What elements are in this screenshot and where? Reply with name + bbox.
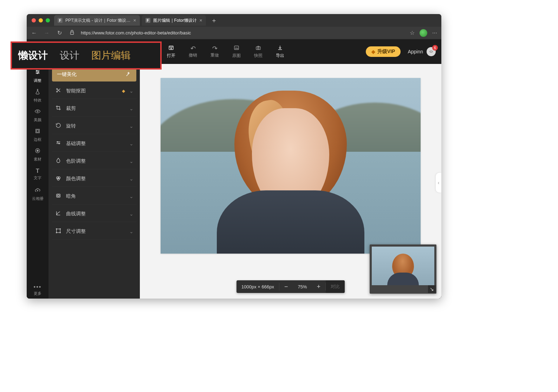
camera-icon [255,45,261,52]
original-button[interactable]: 原图 [226,45,247,59]
user-menu[interactable]: Appinn 6 [408,47,436,56]
svg-rect-22 [57,229,60,233]
rail-cloud[interactable]: 云相册 [27,184,48,204]
wand-icon [125,71,131,78]
window-controls[interactable] [30,18,52,22]
cloud-icon [34,187,41,195]
svg-point-25 [56,232,57,233]
undo-button[interactable]: ↶ 撤销 [182,45,204,58]
nav-tab-photo-edit[interactable]: 图片编辑 [91,49,131,62]
svg-point-15 [57,141,58,142]
svg-point-4 [258,47,259,49]
browser-tabbar: F PPT演示文稿 - 设计｜Fotor 懒设… × F 图片编辑｜Fotor懒… [27,14,441,27]
chevron-down-icon: ⌄ [129,176,134,182]
tool-label: 尺寸调整 [66,228,125,235]
diamond-icon: ◆ [371,49,375,54]
tab-favicon: F [145,18,150,23]
vip-badge-icon: ◆ [122,89,125,93]
bookmark-icon[interactable]: ☆ [410,30,415,36]
tab-favicon: F [58,18,63,23]
zoom-out-button[interactable]: − [279,280,293,293]
more-icon: ••• [34,284,42,290]
svg-point-24 [60,228,60,229]
tool-label: 颜色调整 [66,176,125,182]
navigator-minimap[interactable]: ↘ [370,244,436,294]
tool-resize[interactable]: 尺寸调整 ⌄ [52,223,136,240]
browser-tab-1[interactable]: F 图片编辑｜Fotor懒设计 × [142,15,206,26]
minimize-window-icon[interactable] [39,18,43,22]
rail-effects[interactable]: 特效 [27,86,48,105]
rail-frame[interactable]: 边框 [27,125,48,145]
avatar[interactable]: 6 [427,47,436,56]
rail-label: 美颜 [34,117,41,123]
auto-enhance-button[interactable]: 一键美化 [52,67,136,81]
svg-point-8 [37,111,38,112]
rail-label: 文字 [34,175,41,181]
url-field[interactable]: https://www.fotor.com.cn/photo-editor-be… [81,30,405,35]
username: Appinn [408,49,423,54]
tool-label: 智能抠图 [66,88,118,94]
back-button[interactable]: ← [30,30,38,36]
undo-icon: ↶ [190,45,196,52]
tool-crop[interactable]: 裁剪 ⌄ [52,100,136,117]
tool-label: 基础调整 [66,141,125,147]
export-icon [277,45,283,52]
rail-stickers[interactable]: 素材 [27,145,48,164]
eye-icon [34,108,41,116]
photo-canvas[interactable] [161,78,421,254]
browser-menu-icon[interactable]: ⋯ [432,30,438,36]
collapse-right-handle[interactable]: ‹ [436,173,441,192]
enhance-label: 一键美化 [57,71,77,78]
expand-minimap-icon[interactable]: ↘ [428,285,436,293]
tool-rotate[interactable]: 旋转 ⌄ [52,118,136,134]
redo-label: 重做 [210,52,219,58]
lock-icon [68,29,76,37]
tab-title: 图片编辑｜Fotor懒设计 [153,18,197,24]
rail-label: 素材 [34,157,41,162]
rail-more-label: 更多 [34,291,41,296]
chevron-down-icon: ⌄ [129,194,134,199]
svg-point-12 [37,150,39,151]
chevron-down-icon: ⌄ [129,106,134,111]
rail-more[interactable]: ••• 更多 [27,281,48,299]
tool-color[interactable]: 颜色调整 ⌄ [52,171,136,187]
sliders-icon [55,140,62,148]
notification-badge: 6 [432,45,438,51]
export-button[interactable]: 导出 [269,45,291,59]
maximize-window-icon[interactable] [46,18,50,22]
compare-button[interactable]: 对比 [326,280,345,293]
nav-tab-design[interactable]: 设计 [60,49,79,62]
rail-label: 边框 [34,137,41,142]
browser-tab-0[interactable]: F PPT演示文稿 - 设计｜Fotor 懒设… × [54,15,140,26]
close-window-icon[interactable] [32,18,36,22]
canvas-area[interactable]: ‹ 1000px × 666px − 75% + 对比 ↘ [140,64,441,299]
svg-point-14 [57,91,58,92]
tool-levels[interactable]: 色阶调整 ⌄ [52,153,136,169]
tool-vignette[interactable]: 暗角 ⌄ [52,188,136,204]
zoom-in-button[interactable]: + [312,280,325,293]
snapshot-button[interactable]: 快照 [247,45,269,59]
undo-label: 撤销 [189,52,197,58]
rail-beauty[interactable]: 美颜 [27,105,48,125]
open-icon [168,45,174,52]
close-tab-icon[interactable]: × [133,18,136,23]
upgrade-vip-button[interactable]: ◆ 升级VIP [366,46,401,57]
curves-icon [55,210,62,218]
new-tab-button[interactable]: ＋ [208,16,220,25]
export-label: 导出 [276,53,284,59]
refresh-button[interactable]: ↻ [56,30,63,36]
tool-cutout[interactable]: 智能抠图 ◆ ⌄ [52,83,136,99]
close-tab-icon[interactable]: × [200,18,202,23]
color-icon [55,175,62,183]
chevron-down-icon: ⌄ [129,123,134,129]
redo-button[interactable]: ↷ 重做 [204,45,226,58]
svg-rect-2 [234,46,239,50]
tool-curves[interactable]: 曲线调整 ⌄ [52,206,136,222]
rail-text[interactable]: T 文字 [27,164,48,184]
open-button[interactable]: 打开 [160,45,182,59]
tool-label: 色阶调整 [66,158,125,164]
tool-basic-adjust[interactable]: 基础调整 ⌄ [52,136,136,152]
extension-icon[interactable] [420,29,427,37]
chevron-down-icon: ⌄ [129,229,134,234]
forward-button[interactable]: → [43,30,51,36]
